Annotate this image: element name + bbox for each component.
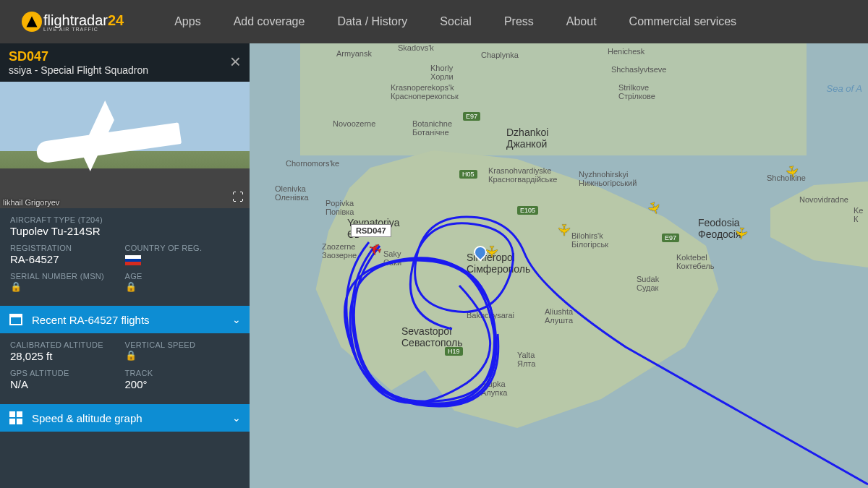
main-nav: Apps Add coverage Data / History Social … [174,15,736,28]
expand-icon[interactable]: ⛶ [232,191,244,204]
brand-logo[interactable]: flightradar24 LIVE AIR TRAFFIC [22,12,124,32]
aircraft-details: AIRCRAFT TYPE (T204) Tupolev Tu-214SR RE… [0,208,250,306]
registration: RA-64527 [10,253,125,265]
city-bakhchysarai: Bakhchysarai [467,311,514,320]
calendar-icon [9,312,23,327]
speed-graph-label: Speed & altitude graph [32,412,232,424]
aircraft-icon[interactable]: ✈ [731,226,750,241]
city-saky: Saky Саки [383,249,401,267]
city-alupka: Alupka Алупка [481,380,507,397]
city-olenivka: Olenivka Оленівка [275,184,309,202]
type-label: AIRCRAFT TYPE (T204) [10,215,239,224]
land-crimea [307,145,727,434]
map-view[interactable]: Sea of A Armyansk Skadovs'k Chaplynka He… [250,43,868,488]
callsign: SD047 [9,49,241,64]
city-alushta: Aliushta Алушта [545,307,573,325]
city-botanichne: Botanichne Ботанічне [412,119,452,137]
msn-label: SERIAL NUMBER (MSN) [10,272,125,281]
city-novoozerne: Novoozerne [333,119,375,128]
road-h05: H05 [459,170,477,179]
city-krasnohvardiyske: Krasnohvardiyske Красногвардійське [488,166,557,184]
road-h19: H19 [445,347,463,356]
recent-flights-button[interactable]: Recent RA-64527 flights ⌄ [0,306,250,333]
nav-commercial[interactable]: Commercial services [629,15,736,28]
flight-panel: SD047 ssiya - Special Flight Squadron × … [0,43,250,488]
road-e97: E97 [662,234,679,242]
close-icon[interactable]: × [230,51,241,73]
city-yalta: Yalta Ялта [517,351,535,368]
gps-label: GPS ALTITUDE [10,369,125,377]
chevron-down-icon: ⌄ [232,314,241,325]
city-strilkove: Strilkove Стрілкове [618,83,655,100]
aircraft-icon[interactable]: ✈ [643,199,665,218]
city-kerch: Ke К [854,206,863,223]
nav-apps[interactable]: Apps [174,15,200,28]
aircraft-icon[interactable]: ✈ [554,223,573,236]
country-label: COUNTRY OF REG. [125,244,240,252]
city-sevastopol: Sevastopol Севастополь [401,325,463,348]
land-kerch [770,174,868,289]
brand-name-a: flightradar [43,12,108,28]
photo-credit: likhail Grigoryev [3,198,59,207]
reg-label: REGISTRATION [10,244,125,252]
city-henichesk: Henichesk [608,47,644,56]
city-krasnoperekopsk: Krasnoperekops'k Красноперекопськ [391,83,459,100]
grid-icon [9,411,23,425]
brand-name-b: 24 [108,12,124,28]
city-zaozerne: Zaozerne Заозерне [322,242,357,260]
russia-flag-icon [125,255,141,265]
lock-icon[interactable]: 🔒 [10,281,125,292]
operator: ssiya - Special Flight Squadron [9,64,241,76]
city-shchaslyvtseve: Shchaslyvtseve [611,65,666,74]
alt-label: CALIBRATED ALTITUDE [10,341,125,349]
speed-graph-button[interactable]: Speed & altitude graph ⌄ [0,404,250,432]
aircraft-icon[interactable]: ✈ [482,245,501,258]
city-popivka: Popivka Попівка [326,199,354,216]
gps-altitude: N/A [10,378,125,390]
nav-press[interactable]: Press [504,15,534,28]
flight-data: CALIBRATED ALTITUDE 28,025 ft VERTICAL S… [0,333,250,404]
city-chornomorske: Chornomors'ke [286,159,339,168]
city-armyansk: Armyansk [336,49,372,58]
lock-icon[interactable]: 🔒 [125,281,240,292]
land-mainland [300,43,807,155]
city-koktebel: Koktebel Коктебель [676,253,714,270]
chevron-down-icon: ⌄ [232,412,241,424]
nav-coverage[interactable]: Add coverage [234,15,305,28]
city-chaplynka: Chaplynka [481,51,519,59]
track-heading: 200° [125,378,240,390]
nav-social[interactable]: Social [440,15,472,28]
road-e97: E97 [463,112,480,121]
road-e105: E105 [517,206,538,215]
vs-label: VERTICAL SPEED [125,341,240,349]
sea-label: Sea of A [827,83,862,94]
nav-about[interactable]: About [566,15,597,28]
track-label: TRACK [125,369,240,377]
city-nyzhnohirskyi: Nyzhnohirskyi Нижньогірський [579,170,637,187]
aircraft-type: Tupolev Tu-214SR [10,225,239,237]
nav-data[interactable]: Data / History [337,15,407,28]
recent-flights-label: Recent RA-64527 flights [32,314,232,326]
city-novovidradne: Novovidradne [799,195,848,204]
panel-header: SD047 ssiya - Special Flight Squadron × [0,43,250,82]
aircraft-photo[interactable]: likhail Grigoryev ⛶ [0,82,250,208]
lock-icon[interactable]: 🔒 [125,350,240,361]
city-skadovsk: Skadovs'k [398,43,434,52]
selected-aircraft-label[interactable]: RSD047 [351,224,391,237]
country-flag [125,253,240,265]
top-navigation: flightradar24 LIVE AIR TRAFFIC Apps Add … [0,0,868,43]
age-label: AGE [125,272,240,281]
radar-icon [22,12,42,32]
city-bilohirsk: Bilohirs'k Білогірськ [571,231,608,249]
city-dzhankoi: Dzhankoi Джанкой [506,127,548,150]
city-sudak: Sudak Судак [637,275,659,292]
city-khorly: Khorly Хорли [430,64,454,81]
altitude: 28,025 ft [10,350,125,362]
